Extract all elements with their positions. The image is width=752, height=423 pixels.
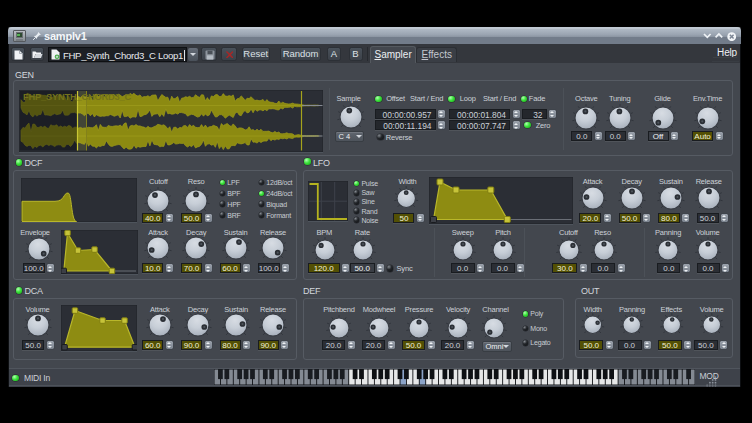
svg-text:FHP_SYNTH_CHORD3_C: FHP_SYNTH_CHORD3_C (23, 92, 131, 102)
